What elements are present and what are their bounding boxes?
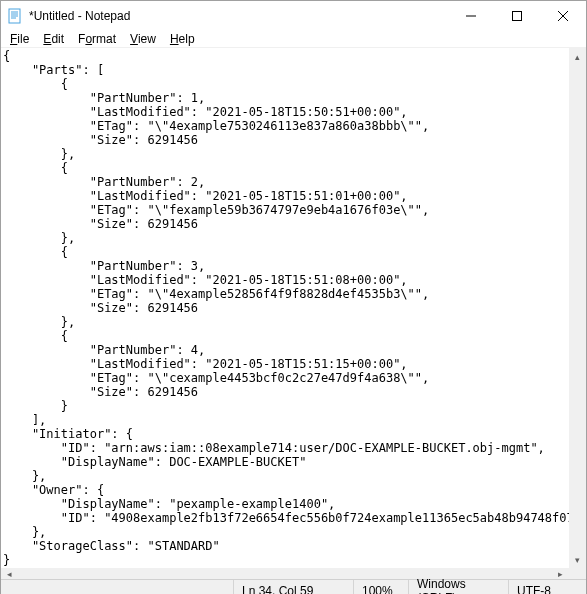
minimize-button[interactable] [448, 1, 494, 31]
close-button[interactable] [540, 1, 586, 31]
menu-file[interactable]: File [3, 31, 36, 47]
scroll-up-icon[interactable]: ▴ [569, 48, 586, 65]
menu-view[interactable]: View [123, 31, 163, 47]
menubar: File Edit Format View Help [1, 31, 586, 47]
scroll-right-icon[interactable]: ▸ [552, 569, 569, 579]
menu-view-rest: iew [138, 32, 156, 46]
menu-help-rest: elp [179, 32, 195, 46]
window-title: *Untitled - Notepad [29, 9, 448, 23]
vertical-scrollbar[interactable]: ▴ ▾ [569, 48, 586, 568]
menu-format[interactable]: Format [71, 31, 123, 47]
status-line-ending: Windows (CRLF) [408, 580, 508, 594]
status-cursor-position: Ln 34, Col 59 [233, 580, 353, 594]
status-spacer [1, 580, 233, 594]
text-editor[interactable]: { "Parts": [ { "PartNumber": 1, "LastMod… [1, 48, 569, 568]
menu-help[interactable]: Help [163, 31, 202, 47]
svg-rect-6 [513, 12, 522, 21]
maximize-button[interactable] [494, 1, 540, 31]
scroll-left-icon[interactable]: ◂ [1, 569, 18, 579]
vscroll-track[interactable] [569, 65, 586, 551]
menu-edit[interactable]: Edit [36, 31, 71, 47]
titlebar[interactable]: *Untitled - Notepad [1, 1, 586, 31]
notepad-window: *Untitled - Notepad File Edit Format Vie… [0, 0, 587, 594]
status-zoom: 100% [353, 580, 408, 594]
notepad-icon [7, 8, 23, 24]
editor-area: { "Parts": [ { "PartNumber": 1, "LastMod… [1, 47, 586, 569]
menu-format-post: rmat [92, 32, 116, 46]
menu-file-rest: ile [17, 32, 29, 46]
status-encoding: UTF-8 [508, 580, 586, 594]
statusbar: Ln 34, Col 59 100% Windows (CRLF) UTF-8 [1, 579, 586, 594]
scroll-corner [569, 569, 586, 579]
scroll-down-icon[interactable]: ▾ [569, 551, 586, 568]
menu-edit-rest: dit [51, 32, 64, 46]
